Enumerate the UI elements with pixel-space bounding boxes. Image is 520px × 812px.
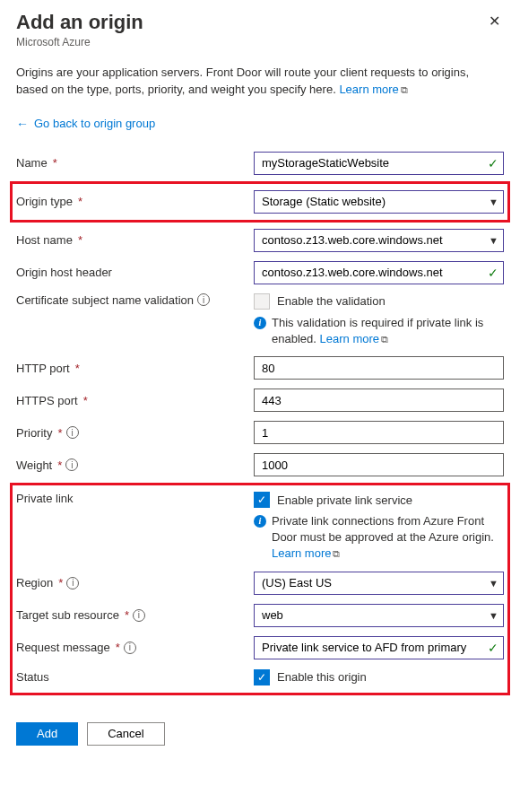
name-label: Name: [16, 156, 48, 170]
description-text: Origins are your application servers. Fr…: [16, 65, 504, 99]
region-label: Region: [16, 576, 53, 589]
pl-info-text: Private link connections from Azure Fron…: [272, 513, 504, 563]
region-select[interactable]: [254, 572, 504, 595]
http-port-label: HTTP port: [16, 362, 70, 375]
external-link-icon: ⧉: [401, 84, 408, 95]
external-link-icon: ⧉: [333, 548, 340, 559]
priority-label: Priority: [16, 426, 52, 440]
back-link[interactable]: Go back to origin group: [34, 117, 155, 130]
info-icon[interactable]: i: [66, 577, 79, 589]
info-icon[interactable]: i: [133, 609, 145, 622]
close-button[interactable]: ✕: [485, 11, 504, 32]
enable-origin-label: Enable this origin: [277, 670, 367, 684]
external-link-icon: ⧉: [381, 334, 388, 345]
origin-host-header-input[interactable]: [254, 261, 504, 284]
name-input[interactable]: [254, 152, 504, 175]
host-name-select[interactable]: [254, 229, 504, 252]
host-name-label: Host name: [16, 233, 73, 247]
http-port-input[interactable]: [254, 356, 504, 380]
learn-more-link[interactable]: Learn more⧉: [339, 83, 407, 96]
validation-info-text: This validation is required if private l…: [272, 315, 504, 347]
enable-validation-checkbox: [254, 293, 270, 310]
info-icon[interactable]: i: [65, 458, 78, 471]
cancel-button[interactable]: Cancel: [87, 722, 164, 746]
info-badge-icon: i: [254, 515, 266, 528]
origin-type-label: Origin type: [16, 195, 73, 208]
enable-validation-label: Enable the validation: [277, 294, 386, 308]
info-badge-icon: i: [254, 317, 266, 329]
page-title: Add an origin: [16, 11, 143, 34]
info-icon[interactable]: i: [197, 293, 210, 306]
enable-pl-label: Enable private link service: [277, 493, 412, 507]
request-msg-label: Request message: [16, 641, 110, 654]
weight-label: Weight: [16, 458, 52, 472]
https-port-input[interactable]: [254, 389, 504, 412]
status-label: Status: [16, 670, 49, 684]
weight-input[interactable]: [254, 453, 504, 476]
cert-validation-label: Certificate subject name validation: [16, 293, 194, 307]
learn-more-link[interactable]: Learn more⧉: [320, 332, 388, 345]
target-sub-label: Target sub resource: [16, 608, 119, 622]
add-button[interactable]: Add: [16, 722, 78, 746]
origin-type-select[interactable]: [254, 190, 504, 214]
request-msg-input[interactable]: [254, 636, 504, 659]
priority-input[interactable]: [254, 421, 504, 444]
info-icon[interactable]: i: [66, 426, 79, 439]
enable-origin-checkbox[interactable]: ✓: [254, 669, 270, 685]
learn-more-link[interactable]: Learn more⧉: [272, 546, 340, 560]
back-arrow-icon: ←: [16, 117, 29, 131]
info-icon[interactable]: i: [124, 642, 136, 654]
https-port-label: HTTPS port: [16, 394, 78, 407]
enable-private-link-checkbox[interactable]: ✓: [254, 492, 270, 508]
target-sub-select[interactable]: [254, 604, 504, 627]
page-subtitle: Microsoft Azure: [16, 36, 143, 48]
origin-host-header-label: Origin host header: [16, 266, 112, 279]
private-link-label: Private link: [16, 492, 74, 505]
